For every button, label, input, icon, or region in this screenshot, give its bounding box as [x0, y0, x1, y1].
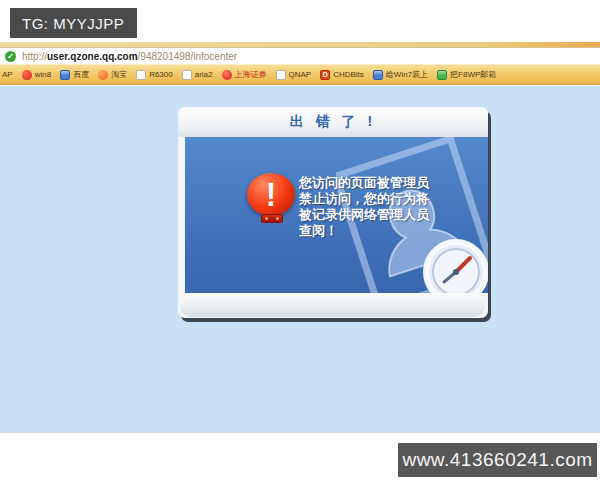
tg-banner: TG: MYYJJPP: [10, 8, 137, 38]
error-dialog-footer: [180, 293, 485, 317]
bookmark-item[interactable]: 百度: [60, 69, 89, 80]
bookmark-item[interactable]: R6300: [136, 70, 173, 80]
bookmark-label: aria2: [195, 70, 213, 79]
address-bar[interactable]: ✓ http://user.qzone.qq.com/948201498/inf…: [0, 48, 600, 64]
bookmark-favicon-icon: [276, 70, 286, 80]
alert-ball: !: [247, 173, 295, 216]
bookmark-item[interactable]: 淘宝: [98, 69, 127, 80]
bookmark-favicon-icon: [437, 70, 447, 80]
url-text: http://user.qzone.qq.com/948201498/infoc…: [22, 51, 237, 62]
bookmark-label: 给Win7装上: [386, 69, 428, 80]
error-dialog-body: ! 您访问的页面被管理员 禁止访问，您的行为将 被记录供网络管理人员 查阅！: [185, 137, 488, 293]
url-path: /948201498/infocenter: [138, 51, 238, 62]
bookmarks-bar: AP win8 百度 淘宝 R6300: [0, 64, 600, 85]
site-banner: www.413660241.com: [398, 443, 597, 477]
bookmark-label: 淘宝: [111, 69, 127, 80]
tg-banner-text: TG: MYYJJPP: [22, 15, 124, 32]
bookmark-favicon-icon: [22, 70, 32, 80]
security-check-icon[interactable]: ✓: [5, 51, 16, 62]
bookmark-label: win8: [35, 70, 51, 79]
bookmark-favicon-icon: [60, 70, 70, 80]
bookmark-item[interactable]: aria2: [182, 70, 213, 80]
screenshot-canvas: TG: MYYJJPP ✓ http://user.qzone.qq.com/9…: [0, 0, 600, 480]
bookmark-favicon-icon: [222, 70, 232, 80]
error-message-line: 禁止访问，您的行为将: [299, 191, 459, 207]
bookmark-label: AP: [2, 70, 13, 79]
alert-base: [261, 214, 283, 223]
qzone-page-background: 出 错 了 ! !: [0, 86, 600, 433]
error-dialog: 出 错 了 ! !: [178, 107, 488, 318]
bookmark-favicon-icon: [182, 70, 192, 80]
error-dialog-title: 出 错 了 !: [290, 113, 376, 131]
error-message-line: 您访问的页面被管理员: [299, 175, 459, 191]
bookmark-favicon-icon: [373, 70, 383, 80]
bookmark-label: 百度: [73, 69, 89, 80]
bookmark-label: CHDBits: [333, 70, 364, 79]
bookmark-favicon-icon: D: [320, 70, 330, 80]
bookmark-item[interactable]: AP: [2, 70, 13, 79]
bookmark-item[interactable]: 把F8WP邮箱: [437, 69, 496, 80]
url-host: user.qzone.qq.com: [47, 51, 138, 62]
error-message-line: 查阅！: [299, 223, 459, 239]
url-prefix: http://: [22, 51, 47, 62]
site-banner-text: www.413660241.com: [402, 449, 592, 471]
bookmark-favicon-icon: [136, 70, 146, 80]
bookmark-item[interactable]: 给Win7装上: [373, 69, 428, 80]
bookmark-item[interactable]: win8: [22, 70, 51, 80]
error-message-line: 被记录供网络管理人员: [299, 207, 459, 223]
alert-exclamation-icon: !: [247, 173, 297, 223]
error-dialog-header: 出 错 了 !: [178, 107, 488, 137]
bookmark-favicon-icon: [98, 70, 108, 80]
bookmark-item[interactable]: D CHDBits: [320, 70, 364, 80]
bookmark-item[interactable]: 上海证券: [222, 69, 267, 80]
bookmark-label: 上海证券: [235, 69, 267, 80]
bookmark-item[interactable]: QNAP: [276, 70, 312, 80]
bookmark-label: QNAP: [289, 70, 312, 79]
bookmark-label: 把F8WP邮箱: [450, 69, 496, 80]
bookmark-label: R6300: [149, 70, 173, 79]
error-message: 您访问的页面被管理员 禁止访问，您的行为将 被记录供网络管理人员 查阅！: [299, 175, 459, 239]
